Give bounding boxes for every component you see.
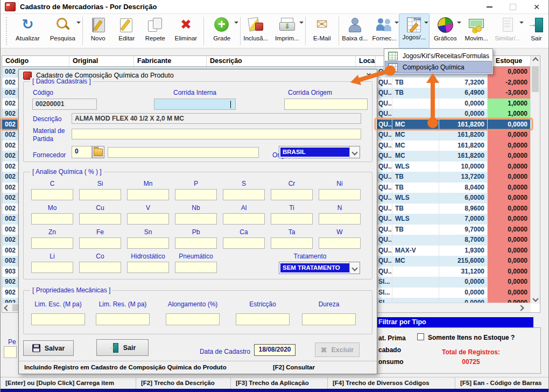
close-icon[interactable]: ×: [366, 71, 371, 80]
chevron-down-icon[interactable]: [395, 22, 399, 26]
cell: 0,0000: [488, 246, 531, 256]
scroll-right-icon[interactable]: [519, 303, 523, 312]
element-input-pneumtico[interactable]: [175, 262, 217, 273]
column-header-código[interactable]: Código: [2, 56, 69, 66]
element-input-c[interactable]: [31, 189, 73, 200]
chevron-down-icon[interactable]: [349, 146, 360, 158]
toolbar-button-person-edit[interactable]: Baixa d...: [340, 14, 370, 48]
element-input-mn[interactable]: [127, 189, 169, 200]
element-input-cr[interactable]: [271, 189, 313, 200]
toolbar-button-people[interactable]: Fornec...: [370, 14, 399, 48]
mech-input-2[interactable]: [166, 313, 220, 325]
toolbar-button-copy[interactable]: Repete: [141, 14, 170, 48]
mech-input-1[interactable]: [96, 313, 150, 325]
column-header-descrição[interactable]: Descrição: [207, 56, 356, 66]
filter-option-mat-prima[interactable]: at. Prima: [378, 334, 406, 342]
mech-input-4[interactable]: [302, 313, 356, 325]
chevron-down-icon[interactable]: [457, 22, 461, 26]
toolbar-button-email[interactable]: ✉E-Mail: [307, 14, 337, 48]
toolbar-button-label: Pesquisa: [50, 35, 75, 41]
element-input-v[interactable]: [127, 213, 169, 225]
toolbar-button-refresh[interactable]: ↻Atualizar: [11, 14, 44, 48]
scroll-left-icon[interactable]: [5, 303, 9, 312]
stock-only-checkbox[interactable]: [417, 333, 424, 340]
mech-input-3[interactable]: [236, 313, 290, 325]
toolbar-button-grid-plus[interactable]: Grade: [205, 14, 239, 48]
vertical-scrollbar[interactable]: [530, 56, 540, 304]
element-input-al[interactable]: [223, 213, 265, 225]
filter-option-consumo[interactable]: onsumo: [378, 358, 404, 366]
tratamento-select[interactable]: SEM TRATAMENTO: [279, 262, 360, 274]
close-button[interactable]: ×: [525, 0, 548, 13]
element-input-s[interactable]: [223, 189, 265, 200]
element-input-mo[interactable]: [31, 213, 73, 225]
element-input-cu[interactable]: [79, 213, 121, 225]
element-input-co[interactable]: [79, 262, 121, 273]
pie-chart-icon: [436, 16, 454, 33]
corrida-origem-field[interactable]: [284, 99, 368, 110]
chevron-down-icon[interactable]: [424, 22, 428, 26]
toolbar-button-attachments[interactable]: Inclusã...: [242, 14, 270, 48]
scrollbar-thumb[interactable]: [532, 66, 539, 92]
total-records-label: Total de Registros:: [425, 348, 517, 356]
stock-only-label[interactable]: Somente Itens no Estoque ?: [428, 334, 515, 341]
minimize-button[interactable]: [477, 0, 501, 13]
search-input-fragment[interactable]: [4, 346, 17, 358]
save-icon: [32, 344, 40, 352]
element-input-hidrosttico[interactable]: [127, 262, 169, 273]
cell: 1,0000: [488, 99, 531, 109]
element-input-ta[interactable]: [271, 237, 313, 249]
filter-option-acabado[interactable]: cabado: [378, 346, 401, 354]
fornecedor-name-field[interactable]: [108, 147, 259, 158]
toolbar-button-search[interactable]: Pesquisa: [44, 14, 81, 48]
column-header-estoque[interactable]: Estoque: [488, 56, 531, 66]
element-input-zn[interactable]: [31, 237, 73, 249]
scroll-down-icon[interactable]: [531, 297, 540, 301]
corrida-interna-field[interactable]: [154, 99, 236, 110]
column-header-fabricante[interactable]: Fabricante: [134, 56, 207, 66]
element-input-sn[interactable]: [127, 237, 169, 249]
material-partida-field[interactable]: [72, 129, 361, 139]
descricao-field[interactable]: ALMA MOD FLEX 40 1/2 X 2,0 M MC: [72, 113, 361, 124]
toolbar-button-money[interactable]: Movim...: [462, 14, 491, 48]
toolbar-button-printer[interactable]: Imprim...: [270, 14, 304, 48]
element-input-ni[interactable]: [319, 189, 361, 200]
fornecedor-code-field[interactable]: 0: [72, 146, 92, 158]
toolbar-button-exit-door[interactable]: Sair: [524, 14, 548, 48]
salvar-button[interactable]: Salvar: [23, 340, 74, 356]
data-cadastro-field[interactable]: 18/08/2020: [254, 344, 295, 356]
toolbar-button-new[interactable]: Novo: [84, 14, 112, 48]
menu-item-composicao-quimica[interactable]: Composição Química: [385, 61, 491, 73]
element-input-nb[interactable]: [175, 213, 217, 225]
cell: -2,0000: [488, 78, 531, 88]
origem-select[interactable]: BRASIL: [279, 146, 360, 158]
element-input-ti[interactable]: [271, 213, 313, 225]
cell: 1,9300: [439, 246, 488, 256]
toolbar-button-delete[interactable]: ✖Eliminar: [170, 14, 202, 48]
element-input-w[interactable]: [319, 237, 361, 249]
column-header-original[interactable]: Original: [69, 56, 134, 66]
scroll-up-icon[interactable]: [531, 58, 540, 62]
element-input-p[interactable]: [175, 189, 217, 200]
statusbar-section: [F2] Trecho da Descrição: [136, 377, 231, 389]
mech-input-0[interactable]: [31, 313, 85, 325]
toolbar-button-edit[interactable]: Editar: [112, 14, 141, 48]
codigo-field[interactable]: 00200001: [32, 99, 97, 110]
element-input-si[interactable]: [79, 189, 121, 200]
toolbar-button-spreadsheet[interactable]: Jogos/...: [399, 14, 429, 48]
sair-button[interactable]: Sair: [96, 339, 149, 356]
chevron-down-icon[interactable]: [76, 22, 81, 26]
column-header-local[interactable]: Local: [356, 56, 376, 66]
fornecedor-lookup-button[interactable]: [92, 146, 104, 158]
element-input-n[interactable]: [319, 213, 361, 225]
chevron-down-icon[interactable]: [234, 22, 238, 26]
element-input-li[interactable]: [31, 262, 73, 273]
menu-item-jogos-kits-receitas[interactable]: Jogos/Kit's/Receitas/Formulas: [385, 50, 491, 61]
chevron-down-icon[interactable]: [299, 22, 304, 26]
element-input-fe[interactable]: [79, 237, 121, 249]
element-input-ca[interactable]: [223, 237, 265, 249]
chevron-down-icon[interactable]: [349, 262, 360, 274]
maximize-button[interactable]: [501, 0, 525, 13]
element-input-pb[interactable]: [175, 237, 217, 249]
toolbar-button-pie-chart[interactable]: Gráficos: [429, 14, 462, 48]
